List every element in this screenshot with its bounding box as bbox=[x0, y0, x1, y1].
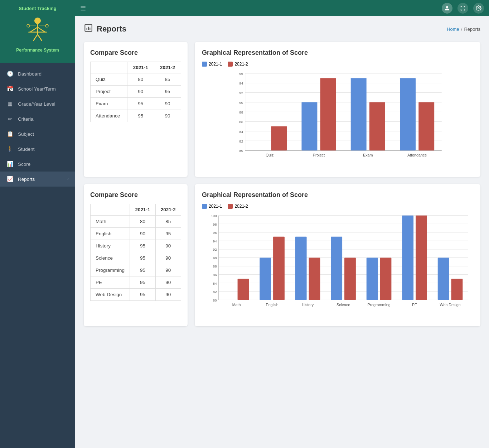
table2-col2-header: 2021-2 bbox=[155, 204, 181, 216]
row-v2: 90 bbox=[154, 110, 181, 122]
chart2-legend-2-label: 2021-2 bbox=[234, 204, 248, 209]
chart-2-card: Graphical Representation of Score 2021-1… bbox=[195, 184, 480, 326]
svg-rect-80 bbox=[344, 258, 356, 300]
sidebar-item-criteria[interactable]: ✏ Criteria bbox=[0, 111, 75, 126]
row-v2: 90 bbox=[155, 276, 181, 289]
table2-col1-header: 2021-1 bbox=[130, 204, 155, 216]
nav-icon-criteria: ✏ bbox=[6, 115, 14, 122]
row-label: English bbox=[91, 228, 130, 240]
sidebar-item-student[interactable]: 🚶 Student bbox=[0, 141, 75, 156]
svg-text:80: 80 bbox=[213, 298, 217, 302]
row-label: Web Design bbox=[91, 289, 130, 301]
sidebar-item-reports[interactable]: 📈 Reports ‹ bbox=[0, 172, 75, 187]
chart1-legend-2-label: 2021-2 bbox=[234, 62, 248, 67]
svg-text:88: 88 bbox=[213, 264, 217, 268]
svg-text:86: 86 bbox=[239, 120, 243, 124]
table-row: Web Design 95 90 bbox=[91, 289, 181, 301]
svg-text:86: 86 bbox=[213, 273, 217, 277]
sidebar-nav: 🕐 Dashboard 📅 School Year/Term ▦ Grade/Y… bbox=[0, 63, 75, 448]
row-label: History bbox=[91, 240, 130, 252]
chart-1-card: Graphical Representation of Score 2021-1… bbox=[195, 42, 480, 177]
svg-rect-74 bbox=[273, 237, 285, 300]
svg-text:Project: Project bbox=[313, 153, 325, 157]
svg-rect-37 bbox=[301, 102, 317, 151]
svg-text:92: 92 bbox=[213, 247, 217, 251]
reports-icon bbox=[84, 23, 93, 35]
sidebar-item-score[interactable]: 📊 Score bbox=[0, 156, 75, 172]
menu-icon[interactable]: ☰ bbox=[80, 4, 86, 12]
nav-icon-score: 📊 bbox=[6, 160, 14, 168]
table1-title: Compare Score bbox=[90, 49, 181, 57]
svg-text:88: 88 bbox=[239, 110, 243, 114]
row-v2: 90 bbox=[155, 252, 181, 264]
nav-icon-student: 🚶 bbox=[6, 145, 14, 153]
nav-icon-reports: 📈 bbox=[6, 175, 14, 183]
svg-text:Attendance: Attendance bbox=[407, 153, 427, 157]
svg-text:History: History bbox=[302, 303, 314, 307]
user-button[interactable] bbox=[442, 3, 452, 14]
svg-rect-83 bbox=[380, 258, 392, 300]
svg-rect-85 bbox=[402, 216, 413, 300]
table-row: Math 80 85 bbox=[91, 216, 181, 228]
row-v1: 95 bbox=[130, 240, 155, 252]
app-title-line1: Student Tracking bbox=[19, 6, 56, 12]
app-title-line2: Performance System bbox=[16, 48, 59, 53]
sidebar-item-grade-level[interactable]: ▦ Grade/Year Level bbox=[0, 96, 75, 111]
svg-point-0 bbox=[34, 18, 41, 24]
svg-line-4 bbox=[33, 34, 38, 41]
page-content: Reports Home / Reports Compare Score 202… bbox=[75, 16, 489, 448]
compare-score-table-2: Compare Score 2021-1 2021-2 Math 80 85 E… bbox=[84, 184, 188, 326]
row-v1: 80 bbox=[127, 73, 154, 86]
chart1-legend-1-label: 2021-1 bbox=[209, 62, 222, 67]
sidebar-item-school-year[interactable]: 📅 School Year/Term bbox=[0, 81, 75, 96]
chart2-legend-1: 2021-1 bbox=[202, 204, 222, 209]
settings-button[interactable] bbox=[473, 3, 484, 14]
score-table-1: 2021-1 2021-2 Quiz 80 85 Project 90 95 E… bbox=[90, 62, 181, 122]
nav-label-score: Score bbox=[18, 162, 69, 167]
row-label: Science bbox=[91, 252, 130, 264]
chart1-legend-1: 2021-1 bbox=[202, 62, 222, 67]
compare-score-table-1: Compare Score 2021-1 2021-2 Quiz 80 85 P… bbox=[84, 42, 188, 177]
cards-row-2: Compare Score 2021-1 2021-2 Math 80 85 E… bbox=[84, 184, 480, 326]
chart1-title: Graphical Representation of Score bbox=[202, 49, 473, 57]
expand-button[interactable] bbox=[457, 3, 468, 14]
svg-text:84: 84 bbox=[213, 281, 217, 285]
chart1-legend: 2021-1 2021-2 bbox=[202, 62, 473, 67]
breadcrumb-current: Reports bbox=[464, 27, 480, 32]
svg-line-2 bbox=[30, 27, 38, 32]
svg-point-7 bbox=[27, 24, 30, 27]
nav-icon-grade-level: ▦ bbox=[6, 100, 14, 107]
table-row: Attendance 95 90 bbox=[91, 110, 181, 122]
sidebar-item-subject[interactable]: 📋 Subject bbox=[0, 126, 75, 141]
breadcrumb-home[interactable]: Home bbox=[447, 27, 459, 32]
row-v1: 90 bbox=[127, 86, 154, 98]
chart1-legend-2-dot bbox=[228, 62, 233, 67]
svg-rect-38 bbox=[320, 78, 336, 150]
row-v1: 95 bbox=[130, 264, 155, 276]
topbar-icons bbox=[442, 3, 484, 14]
svg-rect-40 bbox=[351, 78, 367, 150]
svg-line-5 bbox=[38, 34, 42, 41]
chart2-legend-1-dot bbox=[202, 204, 207, 209]
svg-text:82: 82 bbox=[239, 139, 243, 143]
table1-col2-header: 2021-2 bbox=[154, 62, 181, 73]
svg-rect-6 bbox=[28, 32, 47, 33]
row-v2: 95 bbox=[155, 228, 181, 240]
svg-text:90: 90 bbox=[239, 101, 243, 105]
svg-point-11 bbox=[446, 6, 448, 8]
svg-rect-44 bbox=[418, 102, 434, 151]
chart2-legend-1-label: 2021-1 bbox=[209, 204, 222, 209]
svg-rect-73 bbox=[260, 258, 271, 300]
cards-row-1: Compare Score 2021-1 2021-2 Quiz 80 85 P… bbox=[84, 42, 480, 177]
chart2-title: Graphical Representation of Score bbox=[202, 191, 473, 199]
score-table-2: 2021-1 2021-2 Math 80 85 English 90 95 H… bbox=[90, 204, 181, 301]
row-label: Programming bbox=[91, 264, 130, 276]
svg-rect-79 bbox=[331, 237, 342, 300]
row-v2: 85 bbox=[154, 73, 181, 86]
svg-text:80: 80 bbox=[239, 149, 243, 153]
svg-text:84: 84 bbox=[239, 130, 243, 134]
svg-text:English: English bbox=[266, 303, 279, 307]
sidebar-item-dashboard[interactable]: 🕐 Dashboard bbox=[0, 66, 75, 81]
nav-icon-subject: 📋 bbox=[6, 130, 14, 138]
svg-text:Exam: Exam bbox=[363, 153, 373, 157]
